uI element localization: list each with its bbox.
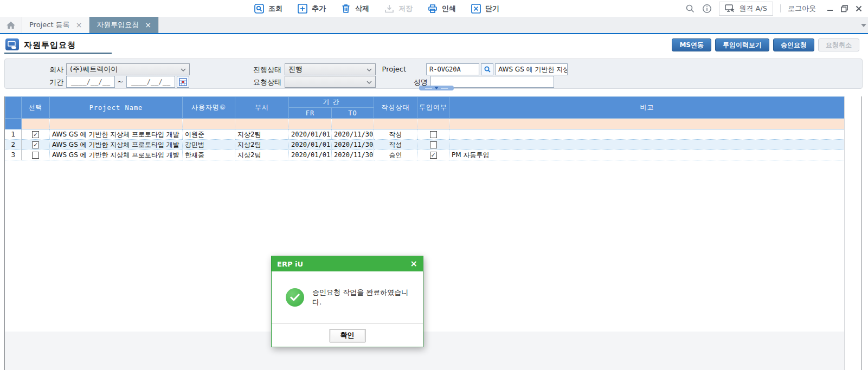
company-select[interactable]: (주)쎄트렉아이 [66,63,190,75]
select-cell[interactable]: ✓ [22,129,50,140]
calendar-button[interactable] [177,76,189,88]
delete-button[interactable]: 삭제 [340,3,369,14]
write-status-cell[interactable]: 작성 [374,140,417,150]
period-to-cell[interactable]: 2020/11/30 [332,129,374,140]
period-to-cell[interactable]: 2020/11/30 [332,150,374,160]
confirm-button[interactable]: 확인 [330,329,365,342]
filter-collapse-handle[interactable] [419,86,454,90]
project-name-cell[interactable]: AWS GS 에 기반한 지상체 프로토타입 개발 [50,129,183,140]
handle-line [441,88,448,89]
header-input-flag[interactable]: 투입여부 [417,97,449,119]
project-code-input[interactable]: R-OVG20A [426,63,479,75]
department-cell[interactable]: 지상2팀 [235,129,289,140]
chevron-down-icon [181,68,186,72]
filter-cell[interactable] [417,119,449,129]
close-window-icon[interactable] [855,5,863,12]
input-history-button[interactable]: 투입이력보기 [715,38,769,51]
window-controls [826,4,863,12]
header-period[interactable]: 기 간 [289,97,374,108]
global-search-icon[interactable] [685,4,695,14]
period-to-input[interactable]: ____/__/__ [126,76,175,88]
note-cell[interactable] [449,129,845,140]
period-fr-cell[interactable]: 2020/01/01 [289,129,332,140]
dialog-body: 승인요청 작업을 완료하였습니다. [272,271,423,323]
filter-cell[interactable] [235,119,289,129]
user-name-cell[interactable]: 한재중 [183,150,235,160]
info-icon[interactable] [702,4,712,14]
header-select[interactable]: 선택 [22,97,50,119]
dialog-message: 승인요청 작업을 완료하였습니다. [312,288,409,307]
period-fr-cell[interactable]: 2020/01/01 [289,150,332,160]
table-row[interactable]: 1 ✓ AWS GS 에 기반한 지상체 프로토타입 개발 이원준 지상2팀 2… [5,129,845,140]
table-row[interactable]: 2 ✓ AWS GS 에 기반한 지상체 프로토타입 개발 강민범 지상2팀 2… [5,140,845,150]
period-from-input[interactable]: ____/__/__ [66,76,115,88]
table-row[interactable]: 3 AWS GS 에 기반한 지상체 프로토타입 개발 한재중 지상2팀 202… [5,150,845,160]
tab-project-register-label: Project 등록 [29,20,70,30]
input-flag-cell[interactable] [417,129,449,140]
period-fr-cell[interactable]: 2020/01/01 [289,140,332,150]
user-name-cell[interactable]: 강민범 [183,140,235,150]
tab-close-icon[interactable]: × [145,21,151,29]
filter-cell[interactable] [374,119,417,129]
header-project-name[interactable]: Project Name [50,97,183,119]
filter-cell[interactable] [449,119,845,129]
select-cell[interactable] [22,150,50,160]
note-cell[interactable] [449,140,845,150]
department-cell[interactable]: 지상2팀 [235,150,289,160]
save-download-icon [384,3,395,14]
filter-cell[interactable] [289,119,332,129]
input-flag-checkbox[interactable] [430,141,437,148]
header-period-fr[interactable]: FR [289,108,332,119]
minimize-icon[interactable] [826,5,834,12]
input-flag-cell[interactable]: ✓ [417,150,449,160]
tab-project-register[interactable]: Project 등록 × [22,17,89,33]
close-screen-button[interactable]: 닫기 [471,3,499,14]
filter-cell[interactable] [22,119,50,129]
tab-resource-request[interactable]: 자원투입요청 × [89,17,159,33]
project-name-cell[interactable]: AWS GS 에 기반한 지상체 프로토타입 개발 [50,140,183,150]
filter-cell[interactable] [183,119,235,129]
project-search-button[interactable] [481,63,493,75]
request-status-select[interactable] [285,76,376,88]
period-label: 기간 [27,77,63,87]
project-name-cell[interactable]: AWS GS 에 기반한 지상체 프로토타입 개발 [50,150,183,160]
input-flag-checkbox[interactable] [430,131,437,138]
user-name-cell[interactable]: 이원준 [183,129,235,140]
select-cell[interactable]: ✓ [22,140,50,150]
select-checkbox[interactable]: ✓ [32,141,39,148]
filter-cell[interactable] [332,119,374,129]
header-note[interactable]: 비고 [449,97,845,119]
logout-button[interactable]: 로그아웃 [788,4,816,14]
ms-link-button[interactable]: MS연동 [672,38,711,51]
write-status-cell[interactable]: 작성 [374,129,417,140]
dialog-titlebar[interactable]: ERP iU × [272,256,423,271]
write-status-cell[interactable]: 승인 [374,150,417,160]
dialog-close-icon[interactable]: × [410,259,417,268]
input-flag-cell[interactable] [417,140,449,150]
header-department[interactable]: 부서 [235,97,289,119]
search-button[interactable]: 조회 [254,3,282,14]
home-tab-button[interactable] [0,17,22,33]
tab-close-icon[interactable]: × [76,21,82,29]
message-dialog: ERP iU × 승인요청 작업을 완료하였습니다. 확인 [271,256,423,347]
approval-request-button[interactable]: 승인요청 [773,38,814,51]
save-button[interactable]: 저장 [384,3,413,14]
filter-cell[interactable] [50,119,183,129]
select-checkbox[interactable]: ✓ [32,131,39,138]
cancel-request-button[interactable]: 요청취소 [818,38,859,51]
add-button[interactable]: 추가 [297,3,326,14]
remote-as-button[interactable]: 원격 A/S [719,2,773,16]
restore-window-icon[interactable] [840,4,848,12]
note-cell[interactable]: PM 자동투입 [449,150,845,160]
vertical-scrollbar-track[interactable] [844,96,861,370]
header-write-status[interactable]: 작성상태 [374,97,417,119]
header-user-name[interactable]: 사용자명⑥ [183,97,235,119]
page-action-buttons: MS연동 투입이력보기 승인요청 요청취소 [672,38,859,51]
select-checkbox[interactable] [32,152,39,159]
print-button[interactable]: 인쇄 [427,3,456,14]
department-cell[interactable]: 지상2팀 [235,140,289,150]
period-to-cell[interactable]: 2020/11/30 [332,140,374,150]
header-period-to[interactable]: TO [332,108,374,119]
tab-overflow-arrow-icon[interactable] [861,24,866,27]
input-flag-checkbox[interactable]: ✓ [430,152,437,159]
